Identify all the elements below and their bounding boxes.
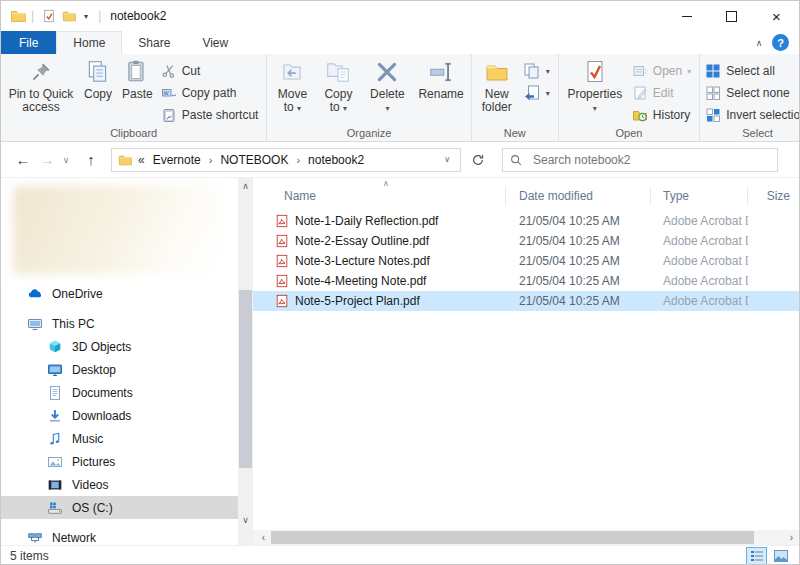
close-button[interactable]: × — [754, 1, 799, 31]
move-to-button[interactable]: Move to ▾ — [269, 55, 315, 121]
column-header-date-modified[interactable]: Date modified — [506, 187, 651, 205]
easy-access-button[interactable]: ▾ — [520, 82, 556, 104]
back-button[interactable]: ← — [11, 147, 35, 173]
maximize-button[interactable] — [709, 1, 754, 31]
file-list-pane: ∧ Name Date modified Type Size Note-1-Da… — [253, 178, 799, 545]
breadcrumb-separator-icon: › — [292, 154, 304, 166]
file-row-note-3-lecture-notes-pdf[interactable]: Note-3-Lecture Notes.pdf 21/05/04 10:25 … — [253, 251, 799, 271]
open-button[interactable]: Open ▾ — [629, 60, 697, 82]
copy-path-icon: W — [161, 85, 177, 101]
file-row-note-4-meeting-note-pdf[interactable]: Note-4-Meeting Note.pdf 21/05/04 10:25 A… — [253, 271, 799, 291]
refresh-button[interactable] — [464, 148, 492, 172]
sidebar-item-videos[interactable]: Videos — [1, 473, 238, 496]
music-icon — [47, 431, 63, 447]
ribbon-tab-row: File Home Share View ∧ ? — [1, 31, 799, 54]
paste-shortcut-button[interactable]: Paste shortcut — [158, 104, 265, 126]
titlebar-separator: | — [98, 9, 101, 23]
copy-to-icon — [325, 59, 351, 85]
breadcrumb-item[interactable]: NOTEBOOK › — [216, 153, 304, 167]
group-label-new: New — [472, 127, 558, 139]
sidebar-item-this-pc[interactable]: This PC — [1, 312, 238, 335]
pdf-icon — [275, 294, 289, 308]
large-icons-view-button[interactable] — [770, 547, 791, 565]
column-header-size[interactable]: Size — [748, 187, 798, 205]
svg-text:W: W — [163, 90, 169, 96]
properties-icon — [582, 59, 608, 85]
qat-customize-button[interactable]: ▾ — [79, 12, 93, 21]
scrollbar-thumb[interactable] — [271, 531, 754, 544]
sidebar-item-3d-objects[interactable]: 3D Objects — [1, 335, 238, 358]
tab-file[interactable]: File — [1, 31, 56, 54]
new-item-button[interactable]: ▾ — [520, 60, 556, 82]
help-button[interactable]: ? — [772, 34, 789, 51]
sidebar-item-music[interactable]: Music — [1, 427, 238, 450]
qat-new-folder-button[interactable] — [59, 5, 79, 27]
sidebar-item-onedrive[interactable]: OneDrive — [1, 282, 238, 305]
copy-path-button[interactable]: W Copy path — [158, 82, 265, 104]
sidebar-item-network[interactable]: Network — [1, 526, 238, 545]
horizontal-scrollbar[interactable]: ‹ › — [253, 530, 799, 545]
qat-properties-button[interactable] — [39, 5, 59, 27]
new-folder-button[interactable]: New folder — [474, 55, 520, 121]
group-label-clipboard: Clipboard — [1, 127, 266, 139]
breadcrumb-item[interactable]: Evernote › — [149, 153, 217, 167]
copy-button[interactable]: Copy — [79, 55, 117, 121]
scrollbar-thumb[interactable] — [239, 290, 252, 468]
cut-button[interactable]: Cut — [158, 60, 265, 82]
new-item-icon — [523, 62, 541, 80]
column-headers: ∧ Name Date modified Type Size — [253, 184, 799, 208]
minimize-icon — [682, 16, 692, 17]
sidebar-scrollbar[interactable]: ∧ ∨ — [238, 178, 253, 545]
edit-button[interactable]: Edit — [629, 82, 697, 104]
invert-selection-button[interactable]: Invert selection — [702, 104, 800, 126]
select-none-icon — [705, 85, 721, 101]
search-box — [502, 148, 778, 172]
details-view-button[interactable] — [746, 547, 767, 565]
chevron-down-icon: ▾ — [297, 104, 301, 113]
scissors-icon — [161, 63, 177, 79]
sidebar-item-downloads[interactable]: Downloads — [1, 404, 238, 427]
scroll-left-arrow-icon[interactable]: ‹ — [256, 530, 271, 545]
documents-icon — [47, 385, 63, 401]
this-pc-icon — [27, 316, 43, 332]
forward-button[interactable]: → — [35, 147, 59, 173]
column-header-type[interactable]: Type — [651, 187, 748, 205]
select-none-button[interactable]: Select none — [702, 82, 800, 104]
properties-button[interactable]: Properties ▾ — [561, 55, 629, 121]
breadcrumb-separator-icon: › — [205, 154, 217, 166]
tab-home[interactable]: Home — [56, 31, 122, 54]
pictures-icon — [47, 454, 63, 470]
delete-button[interactable]: Delete ▾ — [361, 55, 413, 121]
collapse-ribbon-button[interactable]: ∧ — [746, 31, 772, 54]
scroll-right-arrow-icon[interactable]: › — [784, 530, 799, 545]
tab-view[interactable]: View — [186, 31, 244, 54]
file-row-note-1-daily-reflection-pdf[interactable]: Note-1-Daily Reflection.pdf 21/05/04 10:… — [253, 211, 799, 231]
sort-ascending-icon: ∧ — [383, 179, 389, 188]
copy-to-button[interactable]: Copy to ▾ — [315, 55, 361, 121]
rename-button[interactable]: Rename — [413, 55, 468, 121]
scroll-up-arrow-icon[interactable]: ∧ — [238, 178, 253, 193]
file-row-note-5-project-plan-pdf[interactable]: Note-5-Project Plan.pdf 21/05/04 10:25 A… — [253, 291, 799, 311]
paste-button[interactable]: Paste — [117, 55, 158, 121]
column-header-name[interactable]: Name — [253, 187, 506, 205]
minimize-button[interactable] — [664, 1, 709, 31]
sidebar-item-documents[interactable]: Documents — [1, 381, 238, 404]
sidebar-item-desktop[interactable]: Desktop — [1, 358, 238, 381]
up-button[interactable]: ↑ — [79, 147, 103, 173]
history-button[interactable]: History — [629, 104, 697, 126]
select-all-button[interactable]: Select all — [702, 60, 800, 82]
file-row-note-2-essay-outline-pdf[interactable]: Note-2-Essay Outline.pdf 21/05/04 10:25 … — [253, 231, 799, 251]
scroll-down-arrow-icon[interactable]: ∨ — [238, 512, 253, 527]
ribbon-group-clipboard: Pin to Quick access Copy Paste Cut W Cop… — [1, 54, 267, 141]
breadcrumb-overflow[interactable]: « — [138, 153, 145, 167]
address-bar[interactable]: « Evernote › NOTEBOOK › notebook2 › — [111, 148, 461, 172]
address-dropdown-button[interactable]: ∨ — [438, 155, 456, 164]
sidebar-item-pictures[interactable]: Pictures — [1, 450, 238, 473]
search-input[interactable] — [531, 152, 771, 168]
breadcrumb-item[interactable]: notebook2 › — [304, 153, 368, 167]
tab-share[interactable]: Share — [122, 31, 186, 54]
recent-locations-button[interactable]: ∨ — [59, 147, 73, 173]
sidebar-item-os-c[interactable]: OS (C:) — [1, 496, 238, 519]
folder-icon — [62, 9, 76, 23]
pin-to-quick-access-button[interactable]: Pin to Quick access — [3, 55, 79, 121]
